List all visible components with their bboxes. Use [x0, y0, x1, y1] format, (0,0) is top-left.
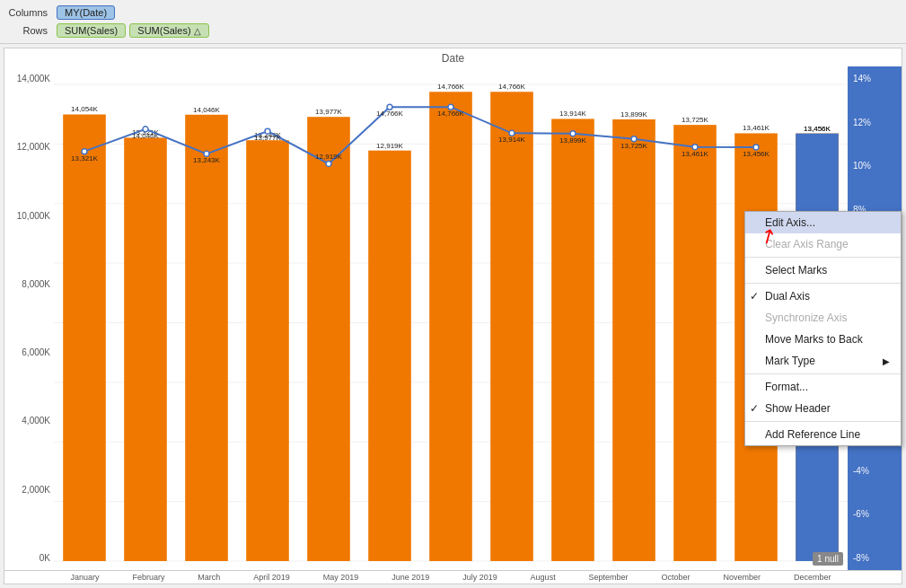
x-tick-6: July 2019 [462, 573, 497, 582]
add-reference-line-label: Add Reference Line [765, 428, 860, 441]
x-tick-5: June 2019 [391, 573, 429, 582]
chart-title: Date [4, 48, 902, 66]
y-tick-right-11: -8% [851, 553, 901, 563]
x-tick-9: October [662, 573, 690, 582]
y-tick-1: 12,000K [17, 142, 50, 152]
menu-item-add-reference-line[interactable]: Add Reference Line [745, 424, 901, 445]
y-tick-6: 2,000K [22, 485, 50, 495]
x-tick-2: March [198, 573, 220, 582]
show-header-label: Show Header [765, 402, 831, 415]
y-tick-right-2: 10% [851, 161, 901, 171]
move-marks-to-back-label: Move Marks to Back [765, 333, 863, 346]
y-tick-2: 10,000K [17, 211, 50, 221]
x-tick-3: April 2019 [253, 573, 290, 582]
shelf-area: Columns MY(Date) Rows SUM(Sales) SUM(Sal… [0, 0, 906, 44]
main-area: Date Sales 14,000K 12,000K 10,000K 8,000… [0, 44, 906, 588]
rows-pill-1[interactable]: SUM(Sales) [57, 23, 126, 38]
x-tick-7: August [531, 573, 556, 582]
menu-separator-4 [745, 421, 901, 422]
x-tick-10: November [723, 573, 761, 582]
columns-label: Columns [4, 7, 53, 18]
plot-area[interactable] [54, 66, 848, 570]
chart-canvas [54, 66, 848, 570]
synchronize-axis-label: Synchronize Axis [765, 312, 847, 324]
y-tick-4: 6,000K [22, 347, 50, 357]
menu-item-format[interactable]: Format... [745, 376, 901, 398]
format-label: Format... [765, 381, 808, 393]
menu-separator-1 [745, 257, 901, 258]
menu-item-show-header[interactable]: ✓ Show Header [745, 398, 901, 419]
y-tick-right-10: -6% [851, 509, 901, 519]
x-tick-4: May 2019 [323, 573, 359, 582]
y-tick-right-9: -4% [851, 466, 901, 476]
menu-item-move-marks-to-back[interactable]: Move Marks to Back [745, 329, 901, 350]
menu-separator-2 [745, 283, 901, 284]
x-tick-8: September [589, 573, 629, 582]
mark-type-label: Mark Type [765, 355, 815, 367]
delta-icon: △ [194, 26, 201, 36]
y-axis-left: Sales 14,000K 12,000K 10,000K 8,000K 6,0… [4, 66, 54, 570]
menu-item-select-marks[interactable]: Select Marks [745, 259, 901, 281]
rows-label: Rows [4, 25, 53, 36]
x-tick-0: January [70, 573, 99, 582]
y-tick-7: 0K [40, 553, 50, 563]
y-axis-ticks-left: 14,000K 12,000K 10,000K 8,000K 6,000K 4,… [5, 66, 50, 570]
rows-shelf-row: Rows SUM(Sales) SUM(Sales) △ [0, 22, 906, 39]
y-tick-right-1: 12% [851, 118, 901, 127]
app-container: Columns MY(Date) Rows SUM(Sales) SUM(Sal… [0, 0, 906, 588]
menu-item-mark-type[interactable]: Mark Type ▶ [745, 350, 901, 372]
show-header-check: ✓ [750, 402, 759, 415]
y-tick-3: 8,000K [22, 279, 50, 289]
x-tick-1: February [132, 573, 164, 582]
menu-item-synchronize-axis: Synchronize Axis [745, 307, 901, 329]
y-tick-5: 4,000K [22, 416, 50, 426]
columns-pill[interactable]: MY(Date) [57, 5, 115, 20]
columns-shelf-row: Columns MY(Date) [0, 4, 906, 22]
select-marks-label: Select Marks [765, 264, 827, 276]
y-tick-right-0: 14% [851, 74, 901, 83]
x-axis: January February March April 2019 May 20… [4, 570, 902, 584]
menu-separator-3 [745, 373, 901, 374]
x-tick-11: December [794, 573, 831, 582]
y-tick-0: 14,000K [17, 74, 50, 83]
rows-pill-2[interactable]: SUM(Sales) △ [129, 23, 208, 38]
menu-item-dual-axis[interactable]: ✓ Dual Axis [745, 285, 901, 307]
dual-axis-label: Dual Axis [765, 290, 810, 303]
mark-type-arrow-icon: ▶ [883, 356, 890, 366]
dual-axis-check: ✓ [750, 290, 759, 303]
null-badge: 1 null [813, 552, 843, 566]
edit-axis-label: Edit Axis... [765, 216, 815, 229]
